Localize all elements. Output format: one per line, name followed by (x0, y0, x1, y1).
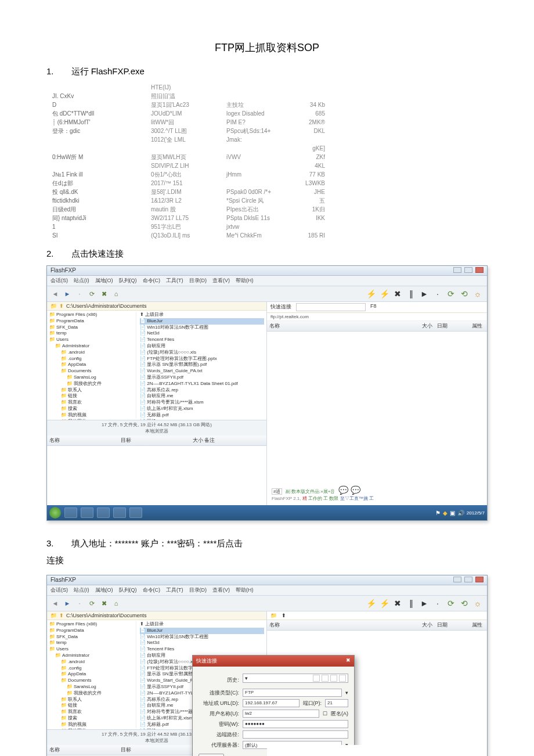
home-icon[interactable]: ⌂ (111, 599, 121, 608)
close-button[interactable] (475, 577, 484, 582)
file-item[interactable]: Words_Start_Guide_PA.txt (140, 368, 264, 375)
settings-icon[interactable]: ☼ (472, 288, 484, 300)
task-item[interactable] (64, 507, 77, 518)
menu-item[interactable]: 属地(O) (95, 278, 113, 283)
disconnect-icon[interactable]: ✖ (392, 597, 403, 609)
stop-icon[interactable]: ✖ (99, 599, 109, 608)
file-item[interactable]: 自研应用 (140, 343, 264, 350)
tree-node[interactable]: Documents (49, 678, 135, 684)
minimize-button[interactable] (453, 577, 461, 582)
system-tray[interactable]: ⚑ ◆ ▣ 🔊 2012/5/7 (435, 510, 485, 516)
user-input[interactable]: lw2 (243, 710, 319, 718)
folder-tree[interactable]: Program Files (x86)ProgramDataSFK_Datate… (49, 621, 136, 728)
tree-node[interactable]: temp (49, 640, 135, 646)
file-item[interactable]: BlueJur (140, 318, 264, 325)
maximize-button[interactable] (464, 267, 472, 273)
tree-node[interactable]: Administrator (49, 343, 135, 350)
window-controls[interactable] (452, 577, 484, 584)
quick-connect-input[interactable] (296, 303, 366, 311)
file-item[interactable]: 对称符号要算法/****题.xlsm (140, 399, 264, 406)
remote-file-area[interactable] (267, 332, 487, 435)
nav-back-icon[interactable]: ◄ (50, 289, 60, 298)
menu-bar[interactable]: 会话(S)站点(I)属地(O)队列(Q)命令(C)工具(T)目录(D)查看(V)… (47, 276, 487, 286)
tree-node[interactable]: Users (49, 646, 135, 653)
start-orb-icon[interactable] (49, 507, 61, 519)
tree-node[interactable]: SFK_Data (49, 634, 135, 640)
local-path-bar[interactable]: 📁 ⬆ C:\Users\Administrator\Documents (47, 611, 266, 620)
tree-node[interactable]: 我喜欢 (49, 399, 135, 406)
disconnect-icon[interactable]: ✖ (392, 288, 403, 300)
tray-flag-icon[interactable]: ⚑ (435, 510, 441, 516)
file-item[interactable]: 2N-—BYZ1AGHT-TYLX1 Data Sheet 01.pdf (140, 381, 264, 387)
menu-item[interactable]: 命令(C) (143, 587, 161, 593)
quick-connect-icon[interactable]: ⚡ (378, 288, 390, 300)
tray-network-icon[interactable]: ▣ (450, 510, 455, 516)
tree-node[interactable]: temp (49, 330, 135, 337)
tree-node[interactable]: 我喜欢 (49, 709, 135, 715)
port-input[interactable]: 21 (325, 699, 348, 707)
play-icon[interactable]: ► (418, 288, 430, 300)
tray-shield-icon[interactable]: ◆ (443, 510, 448, 516)
connect-icon[interactable]: ⚡ (365, 597, 377, 609)
dialog-close-icon[interactable]: ✖ (346, 657, 351, 665)
more-icon[interactable]: · (432, 288, 443, 300)
tree-node[interactable]: .android (49, 350, 135, 356)
quick-connect-icon[interactable]: ⚡ (378, 597, 390, 609)
tree-node[interactable]: Program Files (x86) (49, 312, 135, 318)
tray-volume-icon[interactable]: 🔊 (457, 510, 464, 516)
file-item[interactable]: 显示器SSFYII.pdf (140, 375, 264, 381)
file-item[interactable]: 高标系位表.rep (140, 387, 264, 394)
default-button[interactable]: 默认 (199, 754, 224, 756)
file-item[interactable]: 显示器 SN显示'部属部图).pdf (140, 362, 264, 368)
stop-icon[interactable]: ✖ (99, 289, 109, 298)
menu-item[interactable]: 查看(V) (212, 587, 230, 593)
file-item[interactable]: Net3d (140, 640, 264, 646)
home-icon[interactable]: ⌂ (111, 289, 121, 298)
window-controls[interactable] (452, 267, 484, 274)
file-item[interactable]: (垃圾)对称算法○○○○.xls (140, 350, 264, 356)
tree-node[interactable]: ProgramData (49, 628, 135, 634)
menu-item[interactable]: 站点(I) (74, 587, 89, 593)
remote-path-input[interactable] (243, 730, 348, 739)
nav-fwd-icon[interactable]: ► (63, 599, 72, 608)
menu-item[interactable]: 站点(I) (74, 278, 89, 283)
file-item[interactable]: Win10对称算法SN数字工程图 (140, 325, 264, 331)
tree-node[interactable]: ProgramData (49, 318, 135, 325)
file-item[interactable]: Win10对称算法SN数字工程图 (140, 634, 264, 640)
menu-item[interactable]: 队列(Q) (119, 278, 137, 283)
menu-item[interactable]: 工具(T) (166, 587, 183, 593)
menu-item[interactable]: 属地(O) (95, 587, 113, 593)
menu-item[interactable]: 命令(C) (143, 278, 161, 283)
taskbar[interactable]: ⚑ ◆ ▣ 🔊 2012/5/7 (47, 505, 487, 520)
tree-node[interactable]: 我接收的文件 (49, 381, 135, 387)
tree-node[interactable]: 联系人 (49, 387, 135, 394)
file-item[interactable]: 无标题.pdf (140, 412, 264, 419)
tree-node[interactable]: Users (49, 337, 135, 343)
tree-node[interactable]: Documents (49, 368, 135, 375)
file-item[interactable]: FTP处理对称算法数字工程图.pptx (140, 356, 264, 362)
refresh-icon[interactable]: ⟳ (87, 599, 96, 608)
menu-item[interactable]: 帮助(H) (236, 587, 254, 593)
anon-checkbox[interactable]: ☐ (323, 711, 327, 717)
hist-icon[interactable] (330, 675, 337, 682)
menu-item[interactable]: 队列(Q) (119, 587, 137, 593)
tree-node[interactable]: 联系人 (49, 697, 135, 703)
hist-icon[interactable] (322, 675, 329, 682)
hist-icon[interactable] (313, 675, 320, 682)
sync-icon[interactable]: ⟲ (459, 288, 470, 300)
tree-node[interactable]: 链接 (49, 703, 135, 709)
tree-node[interactable]: 我的视频 (49, 412, 135, 419)
tree-node[interactable]: AppData (49, 671, 135, 678)
tree-node[interactable]: 我的视频 (49, 722, 135, 728)
address-input[interactable]: 192.168.197.67 (243, 699, 300, 707)
task-item[interactable] (129, 507, 142, 518)
file-item[interactable]: 上级目录 (140, 312, 264, 318)
menu-item[interactable]: 查看(V) (212, 278, 230, 283)
minimize-button[interactable] (453, 267, 461, 273)
file-column[interactable]: 上级目录BlueJurWin10对称算法SN数字工程图Net3dTencent … (136, 312, 264, 419)
file-item[interactable]: 自研应用.me (140, 393, 264, 399)
tree-node[interactable]: SarahsLog (49, 375, 135, 381)
pause-icon[interactable]: ‖ (405, 288, 417, 300)
conn-type-select[interactable]: FTP (243, 689, 342, 697)
tree-node[interactable]: .android (49, 659, 135, 665)
